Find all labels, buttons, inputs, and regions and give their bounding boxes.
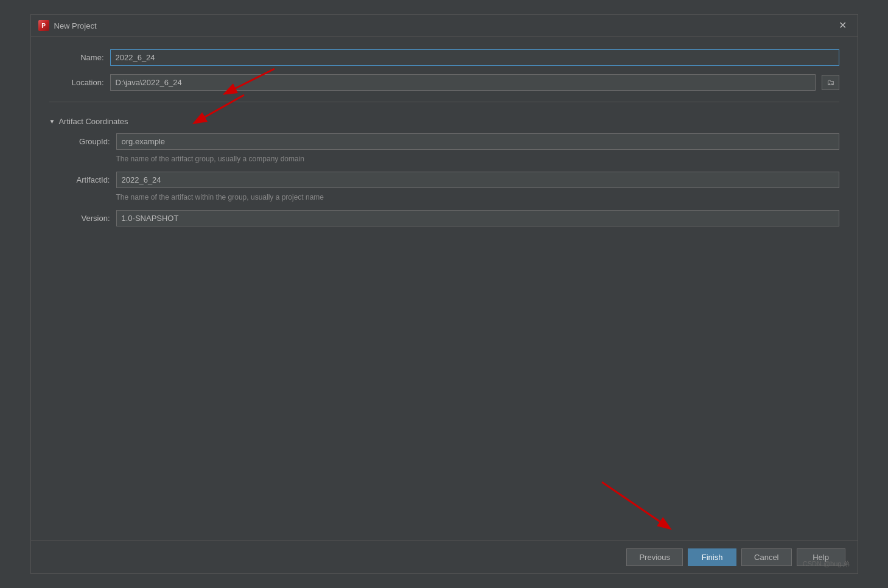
dialog-footer: Previous Finish Cancel Help (31, 541, 858, 573)
location-row: Location: 🗂 (49, 74, 839, 91)
groupid-hint: The name of the artifact group, usually … (55, 153, 839, 168)
artifact-section: ▼ Artifact Coordinates GroupId: The name… (49, 113, 839, 230)
new-project-dialog: P New Project ✕ Name: Location: 🗂 (30, 14, 858, 574)
dialog-title: New Project (54, 21, 97, 30)
name-label: Name: (49, 53, 104, 62)
artifactid-input[interactable] (116, 172, 839, 188)
section-divider (49, 102, 839, 102)
app-icon: P (38, 20, 49, 31)
location-input[interactable] (110, 74, 816, 91)
artifact-fields: GroupId: The name of the artifact group,… (49, 130, 839, 230)
location-label: Location: (49, 78, 104, 87)
artifactid-label: ArtifactId: (55, 175, 110, 184)
browse-button[interactable]: 🗂 (822, 75, 839, 90)
version-label: Version: (55, 214, 110, 223)
artifact-section-title: Artifact Coordinates (58, 117, 128, 126)
title-bar: P New Project ✕ (31, 15, 858, 37)
dialog-body: Name: Location: 🗂 ▼ Artifact Coordinates (31, 37, 858, 541)
name-row: Name: (49, 49, 839, 66)
finish-button[interactable]: Finish (688, 548, 736, 566)
previous-button[interactable]: Previous (626, 548, 683, 566)
groupid-label: GroupId: (55, 137, 110, 146)
close-button[interactable]: ✕ (835, 19, 850, 32)
version-input[interactable] (116, 210, 839, 226)
artifact-section-header[interactable]: ▼ Artifact Coordinates (49, 113, 839, 130)
chevron-icon: ▼ (49, 118, 55, 125)
cancel-button[interactable]: Cancel (741, 548, 791, 566)
groupid-row: GroupId: (55, 130, 839, 153)
groupid-input[interactable] (116, 133, 839, 150)
watermark: CSDN @bug 弟 (803, 559, 850, 569)
name-input[interactable] (110, 49, 839, 66)
version-row: Version: (55, 206, 839, 230)
title-bar-left: P New Project (38, 20, 97, 31)
artifactid-hint: The name of the artifact within the grou… (55, 192, 839, 206)
artifactid-row: ArtifactId: (55, 168, 839, 192)
